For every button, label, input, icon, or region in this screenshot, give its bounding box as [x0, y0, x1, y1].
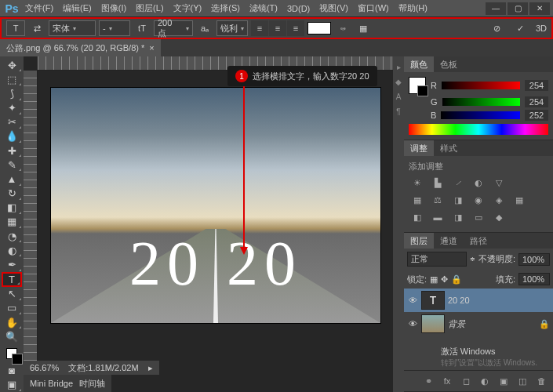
brightness-icon[interactable]: ☀ [409, 176, 426, 190]
menu-3d[interactable]: 3D(D) [282, 0, 315, 17]
visibility-toggle[interactable]: 👁 [407, 296, 418, 305]
history-brush-tool[interactable]: ↻ [2, 187, 22, 201]
color-tab[interactable]: 颜色 [404, 56, 434, 72]
color-spectrum[interactable] [409, 124, 548, 135]
color-lookup-icon[interactable]: ▦ [511, 193, 528, 207]
antialias-select[interactable]: 锐利▾ [216, 20, 248, 36]
character-panel-button[interactable]: ▦ [355, 20, 372, 36]
maximize-button[interactable]: ▢ [508, 2, 528, 15]
lock-position-icon[interactable]: ✥ [441, 274, 448, 285]
lock-all-icon[interactable]: 🔒 [451, 274, 462, 285]
warp-text-button[interactable]: ⎃ [334, 20, 351, 36]
path-selection-tool[interactable]: ↖ [2, 287, 22, 301]
g-value[interactable]: 254 [525, 96, 548, 107]
text-color-swatch[interactable] [307, 22, 331, 34]
adjustment-layer-button[interactable]: ◐ [476, 374, 493, 388]
layer-name[interactable]: 20 20 [448, 296, 470, 305]
magic-wand-tool[interactable]: ✦ [2, 101, 22, 115]
b-slider[interactable] [441, 111, 520, 119]
gradient-tool[interactable]: ▦ [2, 215, 22, 229]
stamp-tool[interactable]: ▲ [2, 172, 22, 186]
lasso-tool[interactable]: ⟆ [2, 86, 22, 100]
r-slider[interactable] [442, 82, 520, 89]
bw-icon[interactable]: ◨ [449, 193, 467, 207]
type-tool[interactable]: T [2, 272, 22, 287]
blur-tool[interactable]: ◔ [2, 229, 22, 243]
r-value[interactable]: 254 [525, 80, 548, 91]
menu-window[interactable]: 窗口(W) [353, 0, 394, 17]
history-panel-icon[interactable]: ▸ [397, 63, 401, 71]
font-size-select[interactable]: 200 点▾ [154, 20, 193, 36]
dodge-tool[interactable]: ◐ [2, 243, 22, 257]
menu-image[interactable]: 图像(I) [96, 0, 131, 17]
properties-panel-icon[interactable]: ◆ [395, 78, 402, 86]
foreground-background-colors[interactable] [2, 343, 22, 363]
quick-mask-button[interactable]: ◙ [2, 364, 22, 378]
selective-color-icon[interactable]: ◆ [490, 210, 508, 224]
threshold-icon[interactable]: ◨ [449, 210, 467, 224]
pen-tool[interactable]: ✒ [2, 257, 22, 271]
delete-layer-button[interactable]: 🗑 [533, 374, 550, 388]
close-tab-icon[interactable]: × [149, 43, 154, 53]
menu-help[interactable]: 帮助(H) [394, 0, 432, 17]
lock-pixels-icon[interactable]: ▦ [430, 274, 438, 285]
text-tool-indicator[interactable]: T [6, 20, 25, 36]
healing-tool[interactable]: ✚ [2, 143, 22, 158]
photo-filter-icon[interactable]: ◉ [470, 193, 487, 207]
zoom-tool[interactable]: 🔍 [2, 329, 22, 343]
hue-icon[interactable]: ▦ [409, 193, 426, 207]
crop-tool[interactable]: ✂ [2, 115, 22, 129]
fgbg-swatch[interactable] [409, 77, 426, 94]
marquee-tool[interactable]: ⬚ [2, 72, 22, 86]
timeline-tab[interactable]: 时间轴 [79, 378, 105, 390]
menu-view[interactable]: 视图(V) [315, 0, 353, 17]
color-balance-icon[interactable]: ⚖ [429, 193, 446, 207]
shape-tool[interactable]: ▭ [2, 301, 22, 315]
screen-mode-button[interactable]: ▣ [2, 378, 22, 392]
layer-row[interactable]: 👁 背景 🔒 [404, 312, 553, 336]
new-layer-button[interactable]: ◫ [514, 374, 531, 388]
styles-tab[interactable]: 样式 [434, 140, 464, 156]
g-slider[interactable] [442, 98, 520, 106]
group-button[interactable]: ▣ [495, 374, 512, 388]
eyedropper-tool[interactable]: 💧 [2, 129, 22, 143]
close-button[interactable]: ✕ [529, 2, 550, 15]
fill-input[interactable]: 100% [518, 273, 550, 285]
swatches-tab[interactable]: 色板 [434, 56, 464, 72]
blend-mode-select[interactable]: 正常 [407, 252, 467, 267]
menu-type[interactable]: 文字(Y) [169, 0, 207, 17]
adjustments-tab[interactable]: 调整 [404, 140, 434, 156]
mini-bridge-tab[interactable]: Mini Bridge [30, 379, 73, 388]
channels-tab[interactable]: 通道 [434, 233, 464, 249]
zoom-level[interactable]: 66.67% [30, 363, 59, 372]
gradient-map-icon[interactable]: ▭ [470, 210, 487, 224]
posterize-icon[interactable]: ▬ [429, 210, 446, 224]
menu-select[interactable]: 选择(S) [206, 0, 245, 17]
vibrance-icon[interactable]: ▽ [490, 176, 508, 190]
paragraph-panel-icon[interactable]: ¶ [396, 107, 400, 116]
text-layer-content[interactable]: 20 20 [51, 228, 380, 299]
layer-name[interactable]: 背景 [448, 318, 465, 330]
layer-row[interactable]: 👁 T 20 20 [404, 289, 553, 312]
cancel-button[interactable]: ⊘ [489, 20, 506, 36]
layer-thumbnail[interactable]: T [421, 291, 445, 310]
minimize-button[interactable]: — [486, 2, 506, 15]
ruler-vertical[interactable] [24, 71, 38, 392]
exposure-icon[interactable]: ◐ [470, 176, 487, 190]
visibility-toggle[interactable]: 👁 [407, 319, 418, 328]
align-center-button[interactable]: ≡ [269, 20, 286, 36]
status-chevron-icon[interactable]: ▸ [148, 363, 153, 373]
move-tool[interactable]: ✥ [2, 58, 22, 72]
invert-icon[interactable]: ◧ [409, 210, 426, 224]
font-style-select[interactable]: -▾ [99, 20, 130, 36]
document-info[interactable]: 文档:1.81M/2.02M [68, 362, 138, 374]
align-right-button[interactable]: ≡ [287, 20, 304, 36]
eraser-tool[interactable]: ◧ [2, 201, 22, 215]
commit-button[interactable]: ✓ [512, 20, 529, 36]
link-layers-button[interactable]: ⚭ [420, 374, 437, 388]
opacity-input[interactable]: 100% [518, 253, 550, 266]
align-left-button[interactable]: ≡ [251, 20, 268, 36]
layers-tab[interactable]: 图层 [404, 233, 434, 249]
font-family-select[interactable]: 宋体▾ [49, 20, 96, 36]
layer-thumbnail[interactable] [421, 314, 445, 333]
